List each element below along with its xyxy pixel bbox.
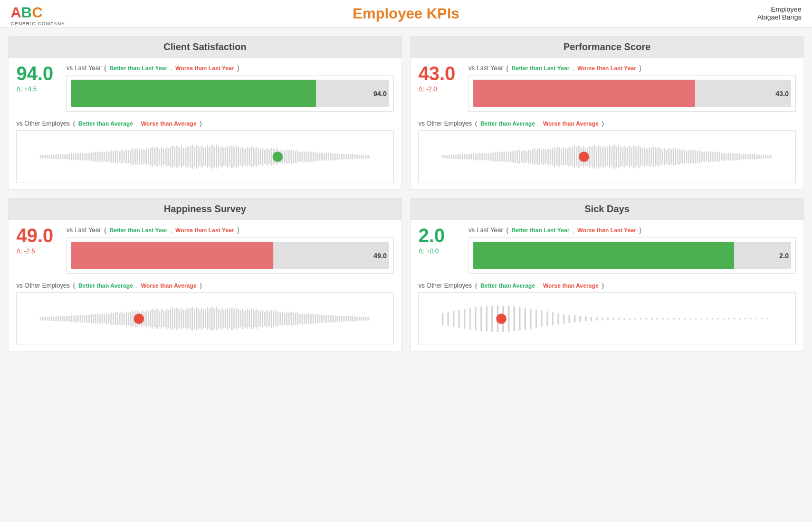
svg-rect-23 xyxy=(82,153,83,160)
svg-rect-301 xyxy=(662,149,663,165)
svg-rect-292 xyxy=(646,149,647,165)
svg-rect-305 xyxy=(670,148,671,166)
svg-rect-226 xyxy=(524,150,526,163)
happy-score-delta: Δ: -2.5 xyxy=(16,248,59,255)
client-emp-label: vs Other Employes ( Better than Average … xyxy=(16,120,394,127)
bottom-row: Happiness Survey 49.0 Δ: -2.5 vs Last Ye… xyxy=(8,198,804,352)
svg-rect-480 xyxy=(256,309,257,329)
svg-rect-151 xyxy=(317,152,318,162)
svg-rect-411 xyxy=(130,312,131,326)
svg-rect-387 xyxy=(85,315,87,322)
svg-rect-497 xyxy=(288,312,289,326)
svg-rect-563 xyxy=(552,312,553,326)
svg-rect-430 xyxy=(165,311,166,327)
svg-rect-195 xyxy=(467,154,469,159)
svg-rect-16 xyxy=(69,154,70,159)
svg-rect-207 xyxy=(490,153,491,160)
svg-rect-172 xyxy=(356,155,357,159)
svg-rect-214 xyxy=(502,152,503,162)
client-vs-employees: vs Other Employes ( Better than Average … xyxy=(16,120,394,183)
client-emp-sep: , xyxy=(136,120,138,127)
svg-rect-493 xyxy=(280,312,281,325)
sick-legend-paren-close: ) xyxy=(639,226,642,234)
svg-rect-99 xyxy=(222,146,223,167)
happiness-survey-body: 49.0 Δ: -2.5 vs Last Year ( Better than … xyxy=(8,220,402,352)
svg-rect-175 xyxy=(361,155,362,158)
svg-rect-22 xyxy=(80,153,81,160)
svg-rect-143 xyxy=(302,151,303,163)
svg-rect-316 xyxy=(690,150,691,164)
perf-vs-last-year: 43.0 Δ: -2.0 vs Last Year ( Better than … xyxy=(418,64,796,112)
svg-rect-421 xyxy=(148,311,149,326)
svg-rect-337 xyxy=(728,153,729,160)
svg-rect-528 xyxy=(345,317,346,321)
svg-rect-275 xyxy=(614,145,615,169)
svg-rect-12 xyxy=(62,154,63,159)
svg-rect-540 xyxy=(367,317,368,320)
svg-rect-492 xyxy=(279,312,280,326)
svg-rect-360 xyxy=(770,155,771,159)
svg-rect-230 xyxy=(532,150,533,164)
happy-emp-label: vs Other Employes ( Better than Average … xyxy=(16,282,394,289)
svg-rect-591 xyxy=(706,318,708,320)
svg-rect-79 xyxy=(185,148,186,166)
svg-rect-199 xyxy=(475,154,476,160)
svg-rect-291 xyxy=(644,147,645,167)
happiness-survey-header: Happiness Survey xyxy=(8,198,402,220)
svg-rect-286 xyxy=(635,146,636,168)
svg-rect-86 xyxy=(198,146,199,168)
svg-rect-460 xyxy=(219,310,221,328)
svg-rect-517 xyxy=(324,316,326,322)
svg-rect-246 xyxy=(561,149,562,165)
svg-rect-467 xyxy=(233,308,234,330)
svg-rect-552 xyxy=(491,306,493,332)
svg-rect-89 xyxy=(203,148,204,166)
svg-rect-141 xyxy=(299,151,300,162)
svg-rect-102 xyxy=(227,146,228,168)
svg-rect-148 xyxy=(311,151,312,162)
client-legend-paren-open: ( xyxy=(104,64,106,72)
svg-rect-281 xyxy=(625,148,626,165)
svg-rect-87 xyxy=(199,148,200,166)
svg-rect-432 xyxy=(168,310,169,327)
svg-rect-154 xyxy=(322,153,323,160)
svg-rect-110 xyxy=(242,147,243,167)
performance-score-header: Performance Score xyxy=(410,36,804,58)
svg-rect-183 xyxy=(445,155,446,158)
svg-rect-238 xyxy=(547,150,548,164)
svg-rect-501 xyxy=(295,313,296,325)
svg-rect-476 xyxy=(249,310,250,327)
svg-rect-170 xyxy=(352,154,353,160)
svg-rect-470 xyxy=(238,309,239,328)
svg-rect-395 xyxy=(100,314,101,324)
svg-rect-298 xyxy=(656,148,657,165)
svg-rect-588 xyxy=(690,318,691,320)
svg-rect-240 xyxy=(550,149,551,164)
svg-rect-302 xyxy=(664,148,665,166)
svg-rect-498 xyxy=(290,313,291,325)
sick-emp-sep: , xyxy=(538,282,540,289)
svg-rect-391 xyxy=(93,315,94,324)
svg-rect-114 xyxy=(249,148,250,165)
sick-bar-value: 2.0 xyxy=(779,252,789,260)
svg-rect-160 xyxy=(333,154,335,160)
svg-rect-213 xyxy=(501,153,502,161)
svg-rect-271 xyxy=(607,147,608,166)
happy-score-value: 49.0 xyxy=(16,226,59,245)
client-emp-legend-good: Better than Average xyxy=(78,120,133,127)
svg-rect-255 xyxy=(578,146,579,168)
svg-rect-140 xyxy=(297,150,298,164)
svg-rect-50 xyxy=(131,148,132,165)
svg-rect-137 xyxy=(291,149,292,164)
svg-rect-263 xyxy=(593,146,594,168)
svg-rect-182 xyxy=(444,155,445,159)
svg-rect-587 xyxy=(684,318,686,320)
sick-score-delta: Δ: +0.0 xyxy=(418,248,461,255)
svg-rect-332 xyxy=(719,152,720,162)
svg-rect-353 xyxy=(758,155,759,159)
svg-rect-204 xyxy=(484,153,485,160)
perf-emp-legend-good: Better than Average xyxy=(480,120,535,127)
svg-rect-29 xyxy=(93,153,94,162)
svg-rect-9 xyxy=(56,154,58,159)
svg-rect-521 xyxy=(332,315,333,322)
